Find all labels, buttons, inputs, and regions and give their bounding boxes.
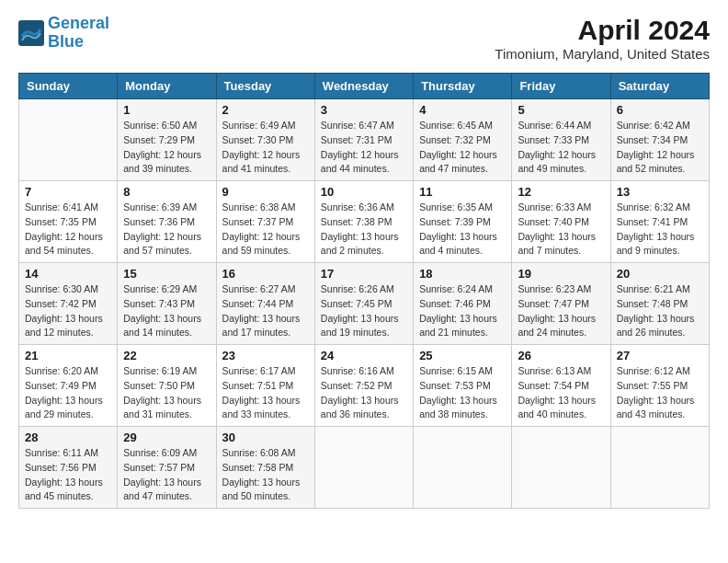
day-cell: 8Sunrise: 6:39 AM Sunset: 7:36 PM Daylig…: [118, 181, 216, 263]
day-cell: 2Sunrise: 6:49 AM Sunset: 7:30 PM Daylig…: [216, 99, 314, 181]
day-cell: 30Sunrise: 6:08 AM Sunset: 7:58 PM Dayli…: [216, 427, 314, 509]
day-number: 24: [321, 349, 407, 362]
day-cell: 12Sunrise: 6:33 AM Sunset: 7:40 PM Dayli…: [512, 181, 610, 263]
day-info: Sunrise: 6:42 AM Sunset: 7:34 PM Dayligh…: [617, 119, 703, 177]
day-number: 22: [123, 349, 210, 362]
week-row-0: 1Sunrise: 6:50 AM Sunset: 7:29 PM Daylig…: [19, 99, 710, 181]
day-info: Sunrise: 6:15 AM Sunset: 7:53 PM Dayligh…: [419, 364, 506, 422]
logo-text: General Blue: [48, 15, 109, 52]
day-info: Sunrise: 6:26 AM Sunset: 7:45 PM Dayligh…: [321, 282, 407, 340]
day-cell: 20Sunrise: 6:21 AM Sunset: 7:48 PM Dayli…: [610, 263, 709, 345]
day-cell: 11Sunrise: 6:35 AM Sunset: 7:39 PM Dayli…: [414, 181, 512, 263]
col-wednesday: Wednesday: [314, 74, 413, 99]
day-number: 19: [518, 267, 604, 281]
logo: General Blue: [18, 15, 109, 52]
day-number: 12: [518, 185, 604, 199]
day-cell: [512, 427, 610, 509]
day-number: 21: [25, 349, 111, 362]
day-number: 13: [617, 185, 703, 199]
day-cell: 5Sunrise: 6:44 AM Sunset: 7:33 PM Daylig…: [512, 99, 610, 181]
day-number: 5: [518, 103, 604, 117]
day-cell: 3Sunrise: 6:47 AM Sunset: 7:31 PM Daylig…: [314, 99, 413, 181]
day-number: 26: [518, 349, 604, 362]
day-cell: [610, 427, 709, 509]
day-cell: 29Sunrise: 6:09 AM Sunset: 7:57 PM Dayli…: [118, 427, 216, 509]
day-number: 29: [123, 431, 210, 444]
day-info: Sunrise: 6:24 AM Sunset: 7:46 PM Dayligh…: [419, 282, 506, 340]
page: General Blue April 2024 Timonium, Maryla…: [0, 0, 728, 523]
week-row-3: 21Sunrise: 6:20 AM Sunset: 7:49 PM Dayli…: [19, 345, 710, 427]
day-cell: 4Sunrise: 6:45 AM Sunset: 7:32 PM Daylig…: [414, 99, 512, 181]
day-info: Sunrise: 6:47 AM Sunset: 7:31 PM Dayligh…: [321, 119, 407, 177]
title-block: April 2024 Timonium, Maryland, United St…: [495, 15, 710, 62]
day-cell: 19Sunrise: 6:23 AM Sunset: 7:47 PM Dayli…: [512, 263, 610, 345]
header: General Blue April 2024 Timonium, Maryla…: [18, 15, 710, 62]
day-number: 25: [419, 349, 506, 362]
day-info: Sunrise: 6:29 AM Sunset: 7:43 PM Dayligh…: [123, 282, 210, 340]
day-info: Sunrise: 6:39 AM Sunset: 7:36 PM Dayligh…: [123, 201, 210, 259]
col-thursday: Thursday: [414, 74, 512, 99]
day-cell: 26Sunrise: 6:13 AM Sunset: 7:54 PM Dayli…: [512, 345, 610, 427]
day-info: Sunrise: 6:50 AM Sunset: 7:29 PM Dayligh…: [123, 119, 210, 177]
day-cell: 28Sunrise: 6:11 AM Sunset: 7:56 PM Dayli…: [19, 427, 118, 509]
day-number: 7: [25, 185, 111, 199]
day-number: 9: [222, 185, 309, 199]
day-info: Sunrise: 6:19 AM Sunset: 7:50 PM Dayligh…: [123, 364, 210, 422]
calendar-table: Sunday Monday Tuesday Wednesday Thursday…: [18, 73, 710, 509]
day-info: Sunrise: 6:13 AM Sunset: 7:54 PM Dayligh…: [518, 364, 604, 422]
day-cell: 15Sunrise: 6:29 AM Sunset: 7:43 PM Dayli…: [118, 263, 216, 345]
day-cell: 25Sunrise: 6:15 AM Sunset: 7:53 PM Dayli…: [414, 345, 512, 427]
day-cell: 21Sunrise: 6:20 AM Sunset: 7:49 PM Dayli…: [19, 345, 118, 427]
day-info: Sunrise: 6:11 AM Sunset: 7:56 PM Dayligh…: [25, 446, 111, 504]
day-info: Sunrise: 6:09 AM Sunset: 7:57 PM Dayligh…: [123, 446, 210, 504]
day-cell: 6Sunrise: 6:42 AM Sunset: 7:34 PM Daylig…: [610, 99, 709, 181]
day-cell: 1Sunrise: 6:50 AM Sunset: 7:29 PM Daylig…: [118, 99, 216, 181]
day-info: Sunrise: 6:49 AM Sunset: 7:30 PM Dayligh…: [222, 119, 309, 177]
day-info: Sunrise: 6:33 AM Sunset: 7:40 PM Dayligh…: [518, 201, 604, 259]
week-row-4: 28Sunrise: 6:11 AM Sunset: 7:56 PM Dayli…: [19, 427, 710, 509]
day-info: Sunrise: 6:44 AM Sunset: 7:33 PM Dayligh…: [518, 119, 604, 177]
day-number: 10: [321, 185, 407, 199]
day-info: Sunrise: 6:21 AM Sunset: 7:48 PM Dayligh…: [617, 282, 703, 340]
logo-icon: [18, 20, 44, 46]
day-cell: 14Sunrise: 6:30 AM Sunset: 7:42 PM Dayli…: [19, 263, 118, 345]
day-cell: [314, 427, 413, 509]
col-tuesday: Tuesday: [216, 74, 314, 99]
day-number: 8: [123, 185, 210, 199]
day-info: Sunrise: 6:30 AM Sunset: 7:42 PM Dayligh…: [25, 282, 111, 340]
day-cell: 9Sunrise: 6:38 AM Sunset: 7:37 PM Daylig…: [216, 181, 314, 263]
day-number: 6: [617, 103, 703, 117]
day-info: Sunrise: 6:23 AM Sunset: 7:47 PM Dayligh…: [518, 282, 604, 340]
day-cell: 17Sunrise: 6:26 AM Sunset: 7:45 PM Dayli…: [314, 263, 413, 345]
col-friday: Friday: [512, 74, 610, 99]
day-cell: 23Sunrise: 6:17 AM Sunset: 7:51 PM Dayli…: [216, 345, 314, 427]
day-number: 1: [123, 103, 210, 117]
day-info: Sunrise: 6:17 AM Sunset: 7:51 PM Dayligh…: [222, 364, 309, 422]
day-info: Sunrise: 6:20 AM Sunset: 7:49 PM Dayligh…: [25, 364, 111, 422]
week-row-2: 14Sunrise: 6:30 AM Sunset: 7:42 PM Dayli…: [19, 263, 710, 345]
day-number: 30: [222, 431, 309, 444]
day-cell: 18Sunrise: 6:24 AM Sunset: 7:46 PM Dayli…: [414, 263, 512, 345]
day-info: Sunrise: 6:45 AM Sunset: 7:32 PM Dayligh…: [419, 119, 506, 177]
day-number: 20: [617, 267, 703, 281]
day-number: 16: [222, 267, 309, 281]
col-monday: Monday: [118, 74, 216, 99]
day-cell: 27Sunrise: 6:12 AM Sunset: 7:55 PM Dayli…: [610, 345, 709, 427]
day-number: 27: [617, 349, 703, 362]
day-info: Sunrise: 6:41 AM Sunset: 7:35 PM Dayligh…: [25, 201, 111, 259]
day-number: 3: [321, 103, 407, 117]
day-number: 11: [419, 185, 506, 199]
header-row: Sunday Monday Tuesday Wednesday Thursday…: [19, 74, 710, 99]
day-cell: 10Sunrise: 6:36 AM Sunset: 7:38 PM Dayli…: [314, 181, 413, 263]
day-info: Sunrise: 6:08 AM Sunset: 7:58 PM Dayligh…: [222, 446, 309, 504]
day-number: 15: [123, 267, 210, 281]
day-info: Sunrise: 6:16 AM Sunset: 7:52 PM Dayligh…: [321, 364, 407, 422]
day-number: 2: [222, 103, 309, 117]
week-row-1: 7Sunrise: 6:41 AM Sunset: 7:35 PM Daylig…: [19, 181, 710, 263]
col-sunday: Sunday: [19, 74, 118, 99]
day-number: 4: [419, 103, 506, 117]
calendar-subtitle: Timonium, Maryland, United States: [495, 46, 710, 62]
day-info: Sunrise: 6:36 AM Sunset: 7:38 PM Dayligh…: [321, 201, 407, 259]
day-info: Sunrise: 6:12 AM Sunset: 7:55 PM Dayligh…: [617, 364, 703, 422]
day-number: 14: [25, 267, 111, 281]
